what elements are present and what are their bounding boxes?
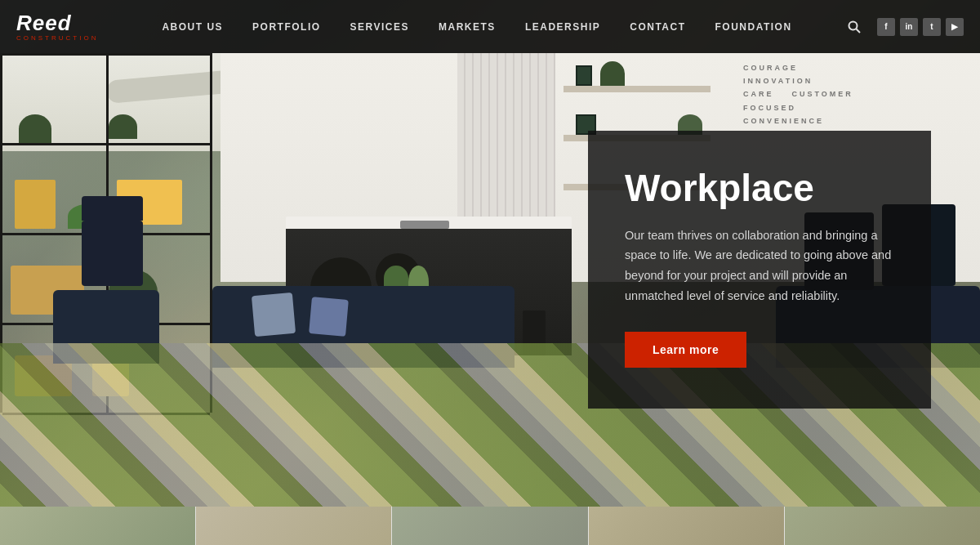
main-nav: ABOUT US PORTFOLIO SERVICES MARKETS LEAD… <box>114 0 840 53</box>
nav-markets[interactable]: MARKETS <box>424 0 510 53</box>
site-header: Reed CONSTRUCTION ABOUT US PORTFOLIO SER… <box>0 0 980 53</box>
bottom-thumb-3[interactable] <box>392 507 588 545</box>
accent-chair <box>82 221 143 286</box>
youtube-icon[interactable]: ▶ <box>946 18 964 36</box>
social-links: f in t ▶ <box>877 18 964 36</box>
wall-text: COURAGEINNOVATIONCARE CUSTOMER FOCUSEDCO… <box>743 61 906 127</box>
nav-services[interactable]: SERVICES <box>336 0 424 53</box>
bottom-thumb-1[interactable] <box>0 507 196 545</box>
facebook-icon[interactable]: f <box>877 18 895 36</box>
linkedin-icon[interactable]: in <box>900 18 918 36</box>
shelf-plant-2 <box>109 114 137 139</box>
wall-plant-1 <box>600 61 625 86</box>
nav-contact[interactable]: CONTACT <box>615 0 700 53</box>
bottom-thumb-5[interactable] <box>785 507 980 545</box>
twitter-icon[interactable]: t <box>923 18 941 36</box>
search-button[interactable] <box>840 0 869 53</box>
nav-portfolio[interactable]: PORTFOLIO <box>238 0 336 53</box>
nav-leadership[interactable]: LEADERSHIP <box>510 0 615 53</box>
hero-description: Our team thrives on collaboration and br… <box>625 226 894 306</box>
hero-section: COURAGEINNOVATIONCARE CUSTOMER FOCUSEDCO… <box>0 0 980 507</box>
svg-point-0 <box>849 21 858 29</box>
shelf-item-1 <box>15 180 56 229</box>
logo[interactable]: Reed CONSTRUCTION <box>16 12 114 42</box>
bottom-thumbnail-strip <box>0 507 980 545</box>
bottom-thumb-2[interactable] <box>196 507 392 545</box>
logo-subtitle: CONSTRUCTION <box>16 34 98 42</box>
learn-more-button[interactable]: Learn more <box>625 332 746 368</box>
bottom-thumb-4[interactable] <box>589 507 785 545</box>
nav-foundation[interactable]: FOUNDATION <box>701 0 807 53</box>
shelf-plant-1 <box>19 114 51 143</box>
nav-about-us[interactable]: ABOUT US <box>147 0 238 53</box>
svg-line-1 <box>857 29 861 33</box>
hero-overlay-panel: Workplace Our team thrives on collaborat… <box>588 131 931 409</box>
pillow-2 <box>309 297 349 337</box>
pillow-1 <box>252 293 296 337</box>
hero-title: Workplace <box>625 168 894 209</box>
logo-name: Reed <box>16 11 72 35</box>
wall-shelf-1 <box>564 86 710 92</box>
wall-item-1 <box>576 65 592 86</box>
